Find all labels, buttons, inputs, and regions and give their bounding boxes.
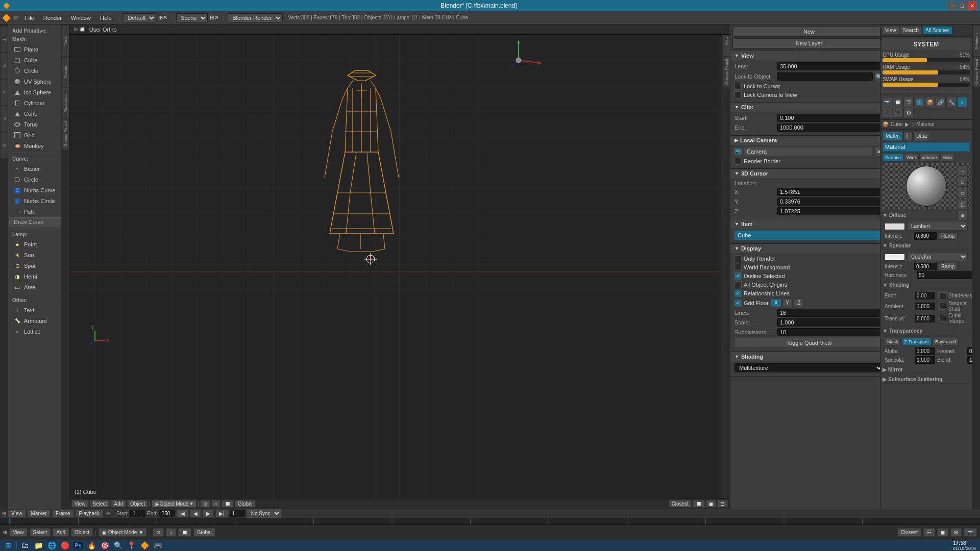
- footer-icon-btn3[interactable]: ⊞: [950, 528, 962, 537]
- cursor-z-field[interactable]: [777, 207, 884, 215]
- maximize-button[interactable]: □: [958, 1, 967, 10]
- footer-icon-btn1[interactable]: ☲: [923, 528, 935, 537]
- tl-skip-end-btn[interactable]: ▶|: [215, 509, 228, 518]
- cursor-y-field[interactable]: [777, 197, 884, 206]
- footer-view-btn[interactable]: View: [9, 528, 28, 537]
- grease-pencil-tab[interactable]: G: [1, 133, 8, 158]
- specular-intensity-field[interactable]: [914, 263, 937, 270]
- tl-play-back-btn[interactable]: ◀: [190, 509, 201, 518]
- lamp-area[interactable]: ▭ Area: [9, 282, 68, 292]
- curve-circle[interactable]: Circle: [9, 174, 68, 185]
- wire-tab[interactable]: Wire: [904, 154, 919, 162]
- vp-icon-btn2[interactable]: ☲: [717, 500, 728, 508]
- toggle-quad-view-btn[interactable]: Toggle Quad View: [734, 338, 884, 348]
- cursor-x-field[interactable]: [777, 188, 884, 196]
- mask-btn[interactable]: Mask: [885, 338, 901, 346]
- specular-color-swatch[interactable]: [885, 254, 905, 261]
- mat-icon-constraints[interactable]: 🔗: [936, 97, 946, 107]
- relations-side-tab[interactable]: Relations: [62, 88, 69, 118]
- pivot-btn[interactable]: ⊙: [200, 500, 210, 508]
- cubic-checkbox[interactable]: [939, 315, 946, 322]
- grid-y-btn[interactable]: Y: [782, 298, 793, 307]
- proportional-btn[interactable]: ○: [211, 500, 220, 508]
- other-text[interactable]: T Text: [9, 305, 68, 315]
- mat-tab-materi[interactable]: Materi: [883, 132, 903, 140]
- mat-icon-modifier[interactable]: 🔧: [946, 97, 957, 107]
- mat-icon-object[interactable]: 📦: [925, 97, 935, 107]
- render-border-checkbox[interactable]: [734, 158, 742, 165]
- preview-sphere-btn[interactable]: ○: [958, 165, 968, 176]
- render-layer-btn[interactable]: 🔲: [693, 500, 705, 508]
- relationship-checkbox[interactable]: [734, 290, 742, 297]
- grease-pencil-side-tab[interactable]: Grease Pencil: [62, 119, 69, 149]
- diffuse-color-swatch[interactable]: [885, 223, 905, 230]
- vp-add-btn[interactable]: Add: [111, 500, 126, 508]
- taskbar-start-btn[interactable]: ⊞: [2, 540, 14, 550]
- volume-tab[interactable]: Volume: [919, 154, 940, 162]
- scale-field[interactable]: [777, 318, 884, 327]
- create-side-tab[interactable]: Create: [62, 57, 69, 87]
- mat-icon-material[interactable]: ○: [957, 97, 967, 107]
- z-transparency-btn[interactable]: Z Transpare: [902, 338, 932, 346]
- view-tab[interactable]: View: [882, 26, 899, 35]
- animation-tab[interactable]: A: [1, 80, 8, 105]
- new-button[interactable]: New: [732, 27, 886, 37]
- taskbar-map-icon[interactable]: 📍: [125, 540, 137, 550]
- taskbar-ps-icon[interactable]: Ps: [72, 540, 84, 550]
- curve-nurbs-circle[interactable]: ○ Nurbs Circle: [9, 196, 68, 206]
- mesh-cube[interactable]: Cube: [9, 55, 68, 65]
- mat-tab-f[interactable]: F: [903, 132, 913, 140]
- tl-current-frame-field[interactable]: [230, 510, 245, 517]
- mesh-cylinder[interactable]: Cylinder: [9, 98, 68, 108]
- mesh-plane[interactable]: Plane: [9, 44, 68, 55]
- taskbar-explorer-icon[interactable]: 🗂: [19, 540, 31, 550]
- footer-snap-btn[interactable]: 🔲: [178, 528, 191, 537]
- curve-bezier[interactable]: ~ Bezier: [9, 164, 68, 174]
- far-right-relations-tab[interactable]: Relations: [973, 26, 980, 56]
- mesh-uvsphere[interactable]: UV Sphere: [9, 77, 68, 87]
- tl-frame-btn[interactable]: Frame: [52, 509, 74, 518]
- tools-side-tab[interactable]: Tools: [62, 26, 69, 56]
- lamp-spot[interactable]: ⊙ Spot: [9, 261, 68, 271]
- closest-btn[interactable]: Closest: [669, 500, 692, 508]
- footer-closest-btn[interactable]: Closest: [897, 528, 921, 537]
- diffuse-ramp-btn[interactable]: Ramp: [939, 232, 958, 240]
- lock-cursor-checkbox[interactable]: [734, 83, 742, 90]
- mesh-torus[interactable]: Torus: [9, 119, 68, 130]
- outline-checkbox[interactable]: [734, 272, 742, 280]
- mat-tab-data[interactable]: Data: [913, 132, 930, 140]
- tl-sync-select[interactable]: No Sync: [247, 509, 281, 518]
- tangent-checkbox[interactable]: [939, 303, 946, 310]
- clip-section-header[interactable]: ▼ Clip:: [730, 103, 888, 112]
- tl-start-field[interactable]: [130, 510, 145, 517]
- mat-icon-physics[interactable]: ⚙: [903, 108, 914, 118]
- taskbar-mozilla-icon[interactable]: 🔴: [59, 540, 71, 550]
- footer-icon-btn2[interactable]: ◼: [937, 528, 948, 537]
- tl-view-btn[interactable]: View: [8, 509, 26, 518]
- display-section-header[interactable]: ▼ Display: [730, 244, 888, 253]
- mat-icon-particles[interactable]: ⁙: [893, 108, 903, 118]
- timeline-body[interactable]: [0, 518, 980, 524]
- shading-section-header[interactable]: ▼ Shading: [730, 352, 888, 361]
- raytraced-btn[interactable]: Raytraced: [933, 338, 959, 346]
- search-tab[interactable]: Search: [900, 26, 922, 35]
- snap-btn[interactable]: 🔲: [222, 500, 234, 508]
- vp-object-btn[interactable]: Object: [127, 500, 148, 508]
- tools-tab[interactable]: T: [1, 27, 8, 52]
- taskbar-chrome-icon[interactable]: 🌐: [45, 540, 58, 550]
- grid-x-btn[interactable]: X: [771, 298, 781, 307]
- minimize-button[interactable]: ─: [947, 1, 957, 10]
- item-name-field[interactable]: [734, 231, 884, 240]
- mode-select-btn[interactable]: ◉ Object Mode ▼: [152, 500, 197, 508]
- grid-z-btn[interactable]: Z: [794, 298, 804, 307]
- menu-file[interactable]: File: [21, 14, 38, 22]
- mat-icon-render[interactable]: 🔲: [893, 97, 903, 107]
- mesh-grid[interactable]: Grid: [9, 130, 68, 140]
- lamp-sun[interactable]: ☀ Sun: [9, 250, 68, 260]
- mat-icon-camera[interactable]: 📷: [882, 97, 892, 107]
- specular-ramp-btn[interactable]: Ramp: [939, 263, 958, 270]
- close-button[interactable]: ✕: [968, 1, 977, 10]
- taskbar-ue4-icon[interactable]: 🎮: [152, 540, 164, 550]
- far-right-grease-tab[interactable]: Grease Pencil: [973, 57, 980, 87]
- tl-end-field[interactable]: [159, 510, 175, 517]
